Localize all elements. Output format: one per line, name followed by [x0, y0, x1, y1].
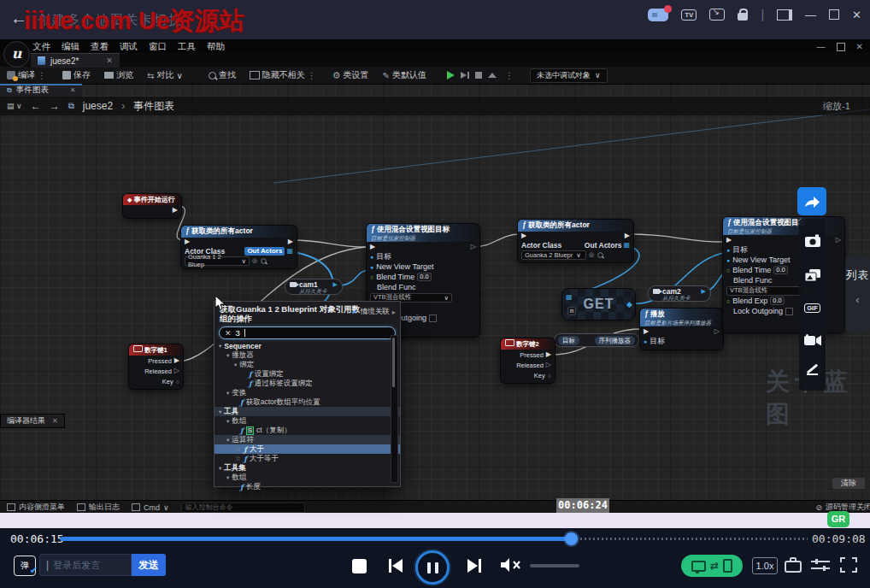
- volume-slider[interactable]: [530, 564, 579, 567]
- bookmark-icon[interactable]: ▤ ∨: [7, 102, 22, 110]
- browse-button[interactable]: 浏览: [104, 69, 133, 81]
- use-selected-icon[interactable]: ◎: [589, 251, 594, 258]
- key-pin[interactable]: ○: [548, 373, 551, 379]
- category-utilities[interactable]: ▾工具集: [215, 463, 400, 473]
- object-out-pin[interactable]: ▶: [702, 288, 706, 295]
- array-in-pin[interactable]: ▦: [566, 293, 573, 301]
- diff-button[interactable]: ⇆对比∨: [147, 69, 183, 81]
- menu-edit[interactable]: 编辑: [62, 41, 79, 53]
- exec-in-pin[interactable]: ▶: [185, 238, 190, 245]
- scrollbar-thumb[interactable]: [392, 338, 395, 387]
- released-pin[interactable]: ▷: [546, 362, 551, 368]
- breadcrumb-leaf[interactable]: 事件图表: [133, 99, 174, 114]
- array-pin[interactable]: ▦: [623, 241, 630, 249]
- browse-icon[interactable]: [597, 252, 603, 257]
- menu-view[interactable]: 查看: [91, 41, 109, 53]
- node-array-get[interactable]: ▦ n GET ◆: [561, 288, 636, 320]
- menu-scrollbar[interactable]: [391, 335, 398, 483]
- tab-juese2[interactable]: juese2* ✕: [31, 53, 120, 68]
- chat-input[interactable]: |登录后发言: [39, 554, 132, 576]
- node-target-sequence-pill[interactable]: 目标 序列播放器: [554, 333, 639, 347]
- action-search-input[interactable]: ✕ 3: [219, 326, 396, 339]
- play-button[interactable]: [447, 71, 455, 79]
- images-icon[interactable]: [804, 268, 821, 283]
- new-view-target-pin[interactable]: ●: [370, 264, 373, 270]
- blend-time-pin[interactable]: ○: [370, 274, 373, 280]
- compile-button[interactable]: 编译: [7, 69, 35, 81]
- cmd-dropdown[interactable]: Cmd∨: [132, 503, 169, 512]
- annotate-pencil-icon[interactable]: [806, 368, 819, 375]
- stop-button[interactable]: [352, 559, 367, 573]
- exec-out-pin[interactable]: ▶: [625, 232, 630, 239]
- blend-exp-pin[interactable]: ○: [726, 298, 730, 304]
- class-settings-button[interactable]: ⚙类设置: [332, 69, 369, 81]
- node-cam1[interactable]: cam1▶ 从持久关卡: [285, 279, 343, 295]
- lock-icon[interactable]: [738, 13, 748, 21]
- output-log-button[interactable]: 输出日志: [77, 502, 120, 513]
- item-out-pin[interactable]: ◆: [626, 300, 632, 309]
- category-sequencer[interactable]: ▾Sequencer: [215, 341, 400, 350]
- tab-event-graph[interactable]: ⧉ 事件图表 ✕: [0, 84, 82, 97]
- gamepad-icon[interactable]: [648, 9, 668, 21]
- danmaku-toggle[interactable]: 弹✔: [14, 556, 36, 576]
- hide-options-icon[interactable]: ⋮: [308, 71, 316, 80]
- pressed-pin[interactable]: ▶: [546, 351, 551, 358]
- use-selected-icon[interactable]: ◎: [252, 257, 257, 264]
- close-icon[interactable]: ✕: [852, 9, 861, 21]
- category-transform[interactable]: ▾变换: [215, 388, 400, 397]
- pin-window-icon[interactable]: [777, 9, 792, 21]
- exec-out-pin[interactable]: ▶: [173, 207, 178, 214]
- fullscreen-icon[interactable]: [839, 556, 858, 573]
- node-event-beginplay[interactable]: ◆ 事件开始运行 ▶: [122, 193, 182, 219]
- target-pin[interactable]: ●: [370, 254, 373, 260]
- cast-device-toggle[interactable]: ⇄: [681, 555, 743, 577]
- exec-in-pin[interactable]: ▶: [726, 237, 732, 244]
- lock-outgoing-checkbox[interactable]: [429, 315, 437, 322]
- action-select-copy[interactable]: ƒSct（复制）: [215, 426, 400, 435]
- actor-class-dropdown[interactable]: Guanka 1 2 Bluep∨: [185, 256, 250, 266]
- console-command-input[interactable]: 输入控制台命令: [181, 503, 305, 513]
- blend-time-value[interactable]: 0.0: [773, 266, 787, 274]
- ue-restore-icon[interactable]: [837, 43, 845, 51]
- gif-icon[interactable]: GIF: [804, 303, 820, 313]
- blend-exp-value[interactable]: 0.0: [770, 297, 784, 305]
- action-set-binding[interactable]: ƒ设置绑定: [215, 369, 400, 379]
- context-sensitive-toggle[interactable]: ✔ 情境关联 ▸: [351, 307, 396, 317]
- object-out-pin[interactable]: ▶: [333, 281, 338, 288]
- debug-object-dropdown[interactable]: 未选中调试对象∨: [530, 68, 608, 83]
- seek-bar[interactable]: [60, 537, 808, 541]
- action-length[interactable]: ƒ长度: [215, 482, 400, 491]
- new-view-target-pin[interactable]: ●: [726, 257, 730, 263]
- save-button[interactable]: 保存: [62, 69, 91, 81]
- pressed-pin[interactable]: ▶: [174, 357, 179, 364]
- tab-close-icon[interactable]: ✕: [70, 86, 76, 94]
- target-pin[interactable]: ●: [726, 247, 730, 253]
- released-pin[interactable]: ▷: [174, 368, 179, 374]
- frame-skip-button[interactable]: [461, 72, 469, 79]
- video-record-icon[interactable]: [803, 334, 822, 347]
- node-play[interactable]: ƒ 播放目标是影片场景序列播放器 ▶▷ ●目标: [639, 308, 724, 350]
- category-tools[interactable]: ▾工具: [215, 407, 400, 416]
- mute-icon[interactable]: [499, 556, 523, 573]
- find-button[interactable]: 查找: [209, 69, 236, 81]
- previous-button[interactable]: [386, 558, 405, 573]
- menu-file[interactable]: 文件: [32, 41, 50, 53]
- playlist-handle[interactable]: 列表 ‹: [845, 255, 870, 333]
- node-get-all-actors-1[interactable]: ƒ 获取类的所有actor ▶▶ Actor Class Out Actors▦…: [180, 225, 297, 269]
- minimize-icon[interactable]: —: [805, 9, 816, 21]
- index-value[interactable]: n: [567, 307, 576, 315]
- node-set-view-target-2[interactable]: ƒ 使用混合设置视图目标目标是玩家控制器 ▶▷ ●目标 ●New View Ta…: [722, 216, 845, 333]
- menu-help[interactable]: 帮助: [207, 41, 225, 53]
- key-pin[interactable]: ○: [176, 379, 179, 385]
- category-array[interactable]: ▾数组: [215, 416, 400, 426]
- tab-close-icon[interactable]: ✕: [52, 417, 58, 425]
- node-cam2[interactable]: cam2▶ 从持久关卡: [648, 285, 711, 302]
- exec-in-pin[interactable]: ▶: [644, 328, 649, 335]
- exec-out-pin[interactable]: ▷: [714, 328, 720, 335]
- hide-unrelated-button[interactable]: 隐藏不相关: [250, 69, 305, 81]
- pause-button[interactable]: [415, 550, 450, 585]
- blend-time-pin[interactable]: ○: [726, 268, 730, 273]
- array-pin[interactable]: ▦: [286, 247, 293, 255]
- node-get-all-actors-2[interactable]: ƒ 获取类的所有actor ▶▶ Actor Class Out Actors▦…: [517, 219, 634, 263]
- maximize-icon[interactable]: [829, 9, 839, 20]
